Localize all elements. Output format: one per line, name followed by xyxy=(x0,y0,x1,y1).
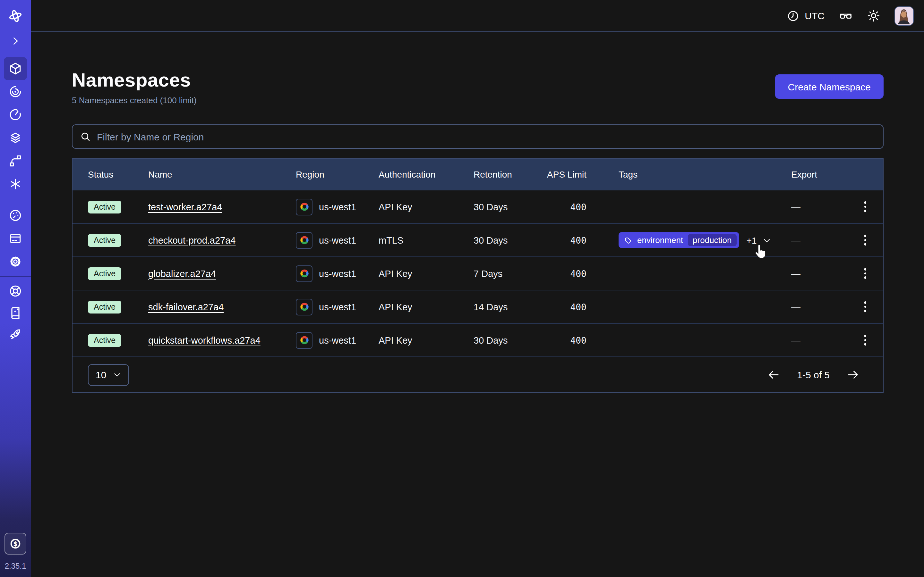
pagination-range: 1-5 of 5 xyxy=(797,369,830,380)
aps-limit-value: 400 xyxy=(546,301,586,312)
col-export: Export xyxy=(791,169,849,179)
retention-label: 7 Days xyxy=(473,268,546,279)
table-row: Active checkout-prod.a27a4 us-west1 mTLS… xyxy=(73,223,883,256)
namespace-link[interactable]: globalizer.a27a4 xyxy=(148,268,216,279)
theme-toggle-button[interactable] xyxy=(867,9,880,23)
tags-more-count: +1 xyxy=(746,235,757,245)
sidebar-item-docs[interactable] xyxy=(4,302,27,324)
sidebar-item-workflows[interactable] xyxy=(4,80,27,103)
status-badge: Active xyxy=(88,267,121,280)
svg-text:$: $ xyxy=(13,540,17,548)
table-header: Status Name Region Authentication Retent… xyxy=(73,159,883,190)
row-menu-button[interactable] xyxy=(861,199,869,215)
aps-limit-value: 400 xyxy=(546,268,586,279)
timezone-selector[interactable]: UTC xyxy=(787,9,825,22)
chevron-down-icon[interactable] xyxy=(762,235,771,245)
col-status: Status xyxy=(88,169,148,179)
namespace-link[interactable]: quickstart-workflows.a27a4 xyxy=(148,335,260,345)
glasses-icon xyxy=(838,9,853,23)
auth-label: API Key xyxy=(379,201,473,212)
sidebar-item-deployments[interactable] xyxy=(4,126,27,149)
region-label: us-west1 xyxy=(319,201,356,212)
tag-pill[interactable]: environment production xyxy=(619,232,740,248)
sidebar-item-nexus[interactable] xyxy=(4,149,27,172)
gcp-cloud-icon xyxy=(296,332,312,348)
export-value: — xyxy=(791,201,849,212)
table-row: Active sdk-failover.a27a4 us-west1 API K… xyxy=(73,290,883,323)
timezone-label: UTC xyxy=(804,10,825,21)
row-menu-button[interactable] xyxy=(861,332,869,348)
sidebar-item-batch[interactable] xyxy=(4,172,27,195)
asterisk-icon xyxy=(8,177,23,191)
col-authentication: Authentication xyxy=(379,169,473,179)
temporal-logo[interactable] xyxy=(4,5,27,27)
accessibility-button[interactable] xyxy=(838,9,853,23)
auth-label: API Key xyxy=(379,335,473,345)
rocket-icon xyxy=(8,327,23,342)
create-namespace-button[interactable]: Create Namespace xyxy=(775,74,884,99)
page-size-select[interactable]: 10 xyxy=(88,364,129,386)
auth-label: mTLS xyxy=(379,235,473,245)
row-menu-button[interactable] xyxy=(861,232,869,248)
retention-label: 14 Days xyxy=(473,301,546,312)
lifebuoy-icon xyxy=(8,284,23,298)
next-page-button[interactable] xyxy=(846,368,860,382)
user-avatar[interactable] xyxy=(895,6,914,25)
row-menu-button[interactable] xyxy=(861,266,869,282)
sidebar-item-settings[interactable] xyxy=(4,250,27,273)
sidebar: $ 2.35.1 xyxy=(0,0,31,577)
filter-input[interactable] xyxy=(72,124,884,149)
sidebar-item-namespaces[interactable] xyxy=(4,57,27,80)
aps-limit-value: 400 xyxy=(546,201,586,212)
col-region: Region xyxy=(296,169,379,179)
sidebar-divider xyxy=(0,276,31,277)
region-label: us-west1 xyxy=(319,235,356,245)
row-menu-button[interactable] xyxy=(861,299,869,315)
table-row: Active globalizer.a27a4 us-west1 API Key… xyxy=(73,256,883,290)
export-value: — xyxy=(791,335,849,345)
card-icon xyxy=(8,231,23,245)
cube-icon xyxy=(8,61,23,76)
prev-page-button[interactable] xyxy=(767,368,780,382)
sun-icon xyxy=(867,9,880,23)
table-row: Active test-worker.a27a4 us-west1 API Ke… xyxy=(73,190,883,223)
status-badge: Active xyxy=(88,300,121,313)
gcp-cloud-icon xyxy=(296,298,312,315)
gcp-cloud-icon xyxy=(296,265,312,282)
chevron-down-icon xyxy=(113,371,121,379)
aps-limit-value: 400 xyxy=(546,335,586,345)
spiral-icon xyxy=(8,85,23,99)
app-version: 2.35.1 xyxy=(5,562,26,571)
sidebar-item-usage[interactable] xyxy=(4,204,27,227)
auth-label: API Key xyxy=(379,268,473,279)
status-badge: Active xyxy=(88,334,121,347)
retention-label: 30 Days xyxy=(473,235,546,245)
region-label: us-west1 xyxy=(319,268,356,279)
gear-icon xyxy=(8,255,23,269)
gcp-cloud-icon xyxy=(296,232,312,248)
sidebar-item-schedules[interactable] xyxy=(4,103,27,126)
sidebar-item-billing[interactable] xyxy=(4,227,27,250)
col-aps-limit: APS Limit xyxy=(546,169,586,179)
namespace-link[interactable]: sdk-failover.a27a4 xyxy=(148,301,224,312)
retention-label: 30 Days xyxy=(473,201,546,212)
aps-limit-value: 400 xyxy=(546,235,586,245)
table-row: Active quickstart-workflows.a27a4 us-wes… xyxy=(73,323,883,356)
gcp-cloud-icon xyxy=(296,198,312,215)
sidebar-expand-button[interactable] xyxy=(4,29,27,53)
app-root: $ 2.35.1 UTC xyxy=(0,0,924,577)
page-subtitle: 5 Namespaces created (100 limit) xyxy=(72,95,197,105)
region-label: us-west1 xyxy=(319,335,356,345)
credits-button[interactable]: $ xyxy=(5,533,26,554)
status-badge: Active xyxy=(88,200,121,213)
tag-icon xyxy=(624,236,633,244)
sidebar-item-getting-started[interactable] xyxy=(4,324,27,346)
main-content: Namespaces 5 Namespaces created (100 lim… xyxy=(31,32,924,577)
layers-icon xyxy=(8,131,23,145)
export-value: — xyxy=(791,235,849,245)
namespace-link[interactable]: checkout-prod.a27a4 xyxy=(148,235,236,245)
gauge-icon xyxy=(8,208,23,222)
namespace-link[interactable]: test-worker.a27a4 xyxy=(148,201,222,212)
sidebar-item-support[interactable] xyxy=(4,280,27,302)
auth-label: API Key xyxy=(379,301,473,312)
